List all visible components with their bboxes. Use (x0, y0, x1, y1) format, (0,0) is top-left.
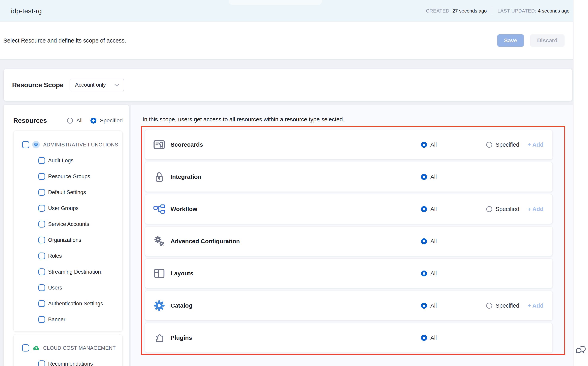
updated-value: 4 seconds ago (538, 8, 570, 14)
audit-logs-checkbox[interactable] (38, 157, 45, 164)
radio-selected-icon[interactable] (421, 303, 427, 309)
radio-unselected-icon[interactable] (486, 303, 492, 309)
scorecards-add-button[interactable]: + Add (527, 141, 543, 148)
resource-row-label: Scorecards (170, 141, 203, 148)
list-item: Resource Groups (14, 172, 123, 181)
workflow-radio-all[interactable]: All (421, 206, 437, 212)
resource-row-plugins: Plugins All (145, 323, 553, 353)
main-content: In this scope, users get access to all r… (131, 105, 573, 366)
list-item: Default Settings (14, 188, 123, 197)
radio-all-label: All (430, 335, 437, 341)
resources-radio-all[interactable]: All (67, 117, 83, 124)
resources-title: Resources (13, 117, 47, 124)
resource-type-rows: Scorecards All Specified + Add Integrati… (145, 130, 553, 353)
header-meta: CREATED:27 seconds ago LAST UPDATED:4 se… (426, 7, 570, 15)
item-label: Streaming Destination (48, 269, 101, 275)
radio-selected-icon[interactable] (421, 174, 427, 180)
radio-all-label: All (430, 174, 437, 180)
radio-selected-icon[interactable] (421, 206, 427, 212)
resource-row-advanced-configuration: Advanced Configuration All (145, 226, 553, 256)
resources-radio-all-label: All (76, 117, 83, 124)
scorecards-radio-specified[interactable]: Specified (486, 141, 519, 148)
right-gutter (573, 0, 588, 366)
radio-unselected-icon[interactable] (486, 142, 492, 148)
radio-specified-label: Specified (495, 141, 519, 148)
resource-scope-select[interactable]: Account only (70, 79, 124, 92)
radio-all-label: All (430, 206, 437, 212)
resource-row-integration: Integration All (145, 162, 553, 192)
gears-icon (153, 235, 165, 247)
item-label: Audit Logs (48, 158, 74, 164)
roles-checkbox[interactable] (38, 252, 45, 259)
resource-row-label: Integration (170, 174, 201, 180)
catalog-radio-specified[interactable]: Specified (486, 302, 519, 309)
layouts-radio-all[interactable]: All (421, 270, 437, 277)
integration-radio-all[interactable]: All (421, 174, 437, 180)
meta-divider (492, 7, 492, 15)
category-label: CLOUD COST MANAGEMENT (43, 345, 116, 351)
resource-row-catalog: Catalog All Specified + Add (145, 291, 553, 320)
item-label: Organizations (48, 237, 81, 243)
resource-groups-checkbox[interactable] (38, 173, 45, 180)
page-title: idp-test-rg (11, 7, 42, 15)
catalog-gear-icon (153, 299, 165, 312)
resource-row-workflow: Workflow All Specified + Add (145, 194, 553, 224)
cloud-dollar-icon: $ (32, 344, 40, 352)
radio-selected-icon[interactable] (421, 270, 427, 276)
list-item: Service Accounts (14, 220, 123, 229)
radio-specified-label: Specified (495, 302, 519, 309)
catalog-add-button[interactable]: + Add (527, 302, 543, 309)
radio-unselected-icon[interactable] (67, 118, 73, 124)
users-checkbox[interactable] (38, 284, 45, 291)
resource-row-label: Plugins (170, 334, 192, 341)
default-settings-checkbox[interactable] (38, 189, 45, 196)
resource-row-label: Catalog (170, 302, 193, 309)
top-tab-artifact (229, 0, 322, 5)
workflow-icon (153, 203, 165, 215)
category-row-cloud-cost: $ CLOUD COST MANAGEMENT (14, 343, 123, 352)
plugins-radio-all[interactable]: All (421, 335, 437, 341)
streaming-destination-checkbox[interactable] (38, 268, 45, 275)
discard-button[interactable]: Discard (530, 34, 565, 47)
item-label: Service Accounts (48, 221, 89, 227)
admin-functions-card: ADMINISTRATIVE FUNCTIONS Audit Logs Reso… (13, 130, 123, 331)
category-label: ADMINISTRATIVE FUNCTIONS (43, 142, 118, 148)
item-label: User Groups (48, 205, 78, 211)
radio-selected-icon[interactable] (90, 118, 96, 124)
advanced-configuration-radio-all[interactable]: All (421, 238, 437, 244)
resource-row-label: Workflow (170, 206, 197, 212)
gear-icon (32, 141, 40, 148)
service-accounts-checkbox[interactable] (38, 221, 45, 228)
organizations-checkbox[interactable] (38, 237, 45, 244)
user-groups-checkbox[interactable] (38, 205, 45, 212)
scorecards-radio-all[interactable]: All (421, 141, 437, 148)
category-row-admin-functions: ADMINISTRATIVE FUNCTIONS (14, 140, 123, 149)
layout-icon (153, 267, 165, 280)
item-label: Authentication Settings (48, 301, 103, 307)
banner-checkbox[interactable] (38, 316, 45, 323)
recommendations-checkbox[interactable] (38, 360, 45, 366)
workflow-add-button[interactable]: + Add (527, 206, 543, 212)
radio-selected-icon[interactable] (421, 335, 427, 341)
resource-scope-selected-value: Account only (75, 82, 106, 88)
item-label: Resource Groups (48, 174, 90, 180)
radio-selected-icon[interactable] (421, 238, 427, 244)
item-label: Recommendations (48, 361, 93, 366)
save-button[interactable]: Save (497, 34, 524, 47)
chat-help-icon[interactable] (576, 346, 586, 354)
resources-radio-specified[interactable]: Specified (90, 117, 123, 124)
authentication-settings-checkbox[interactable] (38, 300, 45, 307)
radio-selected-icon[interactable] (421, 142, 427, 148)
cloud-cost-checkbox[interactable] (22, 344, 29, 351)
radio-unselected-icon[interactable] (486, 206, 492, 212)
lock-icon (153, 171, 165, 183)
catalog-radio-all[interactable]: All (421, 302, 437, 309)
created-value: 27 seconds ago (452, 8, 487, 14)
toolbar-actions: Save Discard (497, 34, 565, 47)
highlight-rectangle: Scorecards All Specified + Add Integrati… (141, 126, 565, 355)
workflow-radio-specified[interactable]: Specified (486, 206, 519, 212)
item-label: Banner (48, 317, 65, 323)
resource-row-scorecards: Scorecards All Specified + Add (145, 130, 553, 160)
admin-functions-checkbox[interactable] (22, 141, 29, 148)
radio-all-label: All (430, 238, 437, 244)
